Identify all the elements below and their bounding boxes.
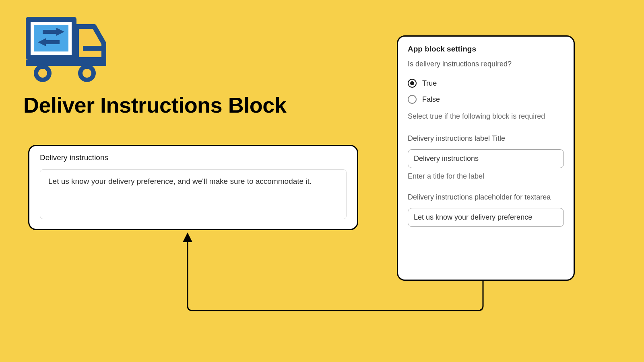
svg-rect-5	[46, 40, 60, 44]
svg-rect-8	[83, 46, 104, 51]
radio-icon	[408, 95, 417, 104]
placeholder-field-label: Delivery instructions placeholder for te…	[408, 192, 564, 202]
svg-point-13	[83, 69, 91, 78]
label-title-helper: Enter a title for the label	[408, 172, 564, 181]
delivery-instructions-textarea[interactable]	[40, 169, 347, 219]
settings-required-helper: Select true if the following block is re…	[408, 111, 564, 122]
delivery-instructions-preview: Delivery instructions	[28, 145, 358, 230]
svg-rect-9	[26, 60, 106, 66]
radio-option-true[interactable]: True	[408, 79, 564, 88]
app-block-settings-panel: App block settings Is delivery instructi…	[397, 35, 575, 281]
radio-label-true: True	[422, 79, 437, 88]
placeholder-input[interactable]	[408, 208, 564, 227]
radio-option-false[interactable]: False	[408, 95, 564, 104]
label-title-input[interactable]	[408, 149, 564, 168]
settings-title: App block settings	[408, 45, 564, 53]
label-title-field-label: Delivery instructions label Title	[408, 133, 564, 144]
delivery-truck-icon	[23, 14, 108, 83]
svg-rect-2	[34, 25, 68, 51]
radio-label-false: False	[422, 95, 440, 104]
settings-required-question: Is delivery instructions required?	[408, 60, 564, 68]
svg-point-11	[38, 69, 47, 78]
svg-rect-3	[43, 30, 56, 34]
radio-icon	[408, 79, 417, 88]
delivery-instructions-label: Delivery instructions	[40, 153, 347, 162]
page-title: Deliver Instructions Block	[23, 93, 286, 117]
